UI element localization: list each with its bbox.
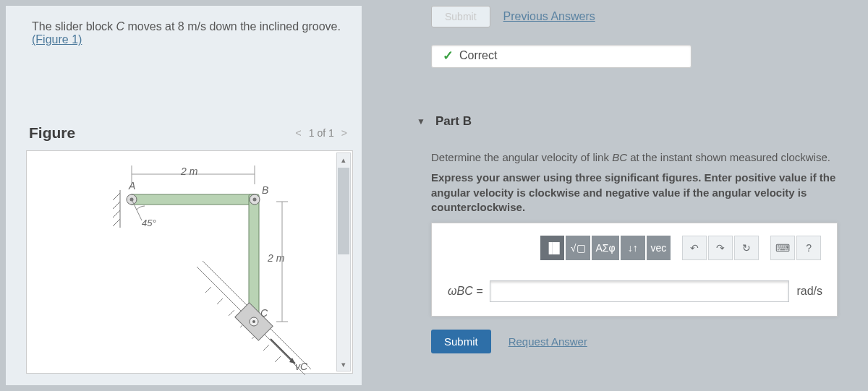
dim-vertical-label: 2 m: [268, 252, 284, 264]
caret-down-icon[interactable]: ▼: [417, 116, 425, 126]
vec-button[interactable]: vec: [647, 236, 671, 260]
part-title: Part B: [435, 114, 472, 129]
svg-rect-8: [130, 194, 256, 205]
figure-pager: < 1 of 1 >: [296, 127, 347, 139]
svg-line-18: [205, 287, 211, 293]
answer-row: ωBC = rad/s: [448, 280, 822, 303]
point-a-label: A: [129, 180, 135, 192]
problem-var: C: [116, 20, 125, 33]
correct-text: Correct: [459, 49, 497, 62]
question-text: Determine the angular velocity of link B…: [431, 150, 839, 165]
svg-line-23: [263, 345, 269, 351]
svg-line-19: [217, 298, 223, 304]
keyboard-button[interactable]: ⌨: [770, 236, 795, 260]
part-header[interactable]: ▼ Part B: [417, 114, 472, 129]
figure-header: Figure < 1 of 1 >: [6, 120, 362, 146]
undo-button[interactable]: ↶: [682, 236, 707, 260]
svg-line-4: [113, 193, 120, 200]
question-prefix: Determine the angular velocity of link: [431, 151, 612, 163]
figure-link[interactable]: (Figure 1): [32, 33, 82, 46]
svg-line-6: [113, 210, 120, 218]
answer-lhs: ωBC =: [448, 285, 482, 298]
figure-scrollbar[interactable]: ▴ ▾: [336, 152, 351, 371]
figure-body: 2 m 2 m A B C 45° vC ▴ ▾: [26, 150, 353, 374]
scripts-button[interactable]: ↓↑: [621, 236, 644, 260]
prev-answers-row: Submit Previous Answers: [376, 6, 862, 27]
question-tail: at the instant shown measured clockwise.: [627, 151, 830, 163]
svg-line-7: [113, 219, 120, 226]
left-pane: The slider block C moves at 8 m/s down t…: [6, 6, 362, 385]
pager-label: 1 of 1: [309, 127, 334, 139]
templates-button[interactable]: ▐█: [540, 236, 564, 260]
help-button[interactable]: ?: [796, 236, 821, 260]
request-answer-link[interactable]: Request Answer: [509, 335, 587, 348]
svg-point-27: [252, 320, 255, 323]
submit-row: Submit Request Answer: [431, 330, 587, 353]
answer-input[interactable]: [490, 280, 789, 302]
correct-status: ✓ Correct: [443, 48, 497, 64]
part-body: Determine the angular velocity of link B…: [431, 150, 839, 215]
point-c-label: C: [260, 307, 268, 319]
greek-button[interactable]: ΑΣφ: [592, 236, 619, 260]
right-pane: Submit Previous Answers ✓ Correct ▼ Part…: [376, 6, 862, 385]
equation-toolbar: ▐█ √▢ ΑΣφ ↓↑ vec ↶ ↷ ↻ ⌨ ?: [540, 235, 822, 261]
svg-line-20: [229, 310, 234, 316]
svg-point-13: [253, 198, 257, 202]
pager-prev[interactable]: <: [296, 127, 302, 139]
previous-answers-link[interactable]: Previous Answers: [503, 10, 595, 23]
angle-label: 45°: [142, 218, 156, 228]
redo-button[interactable]: ↷: [708, 236, 733, 260]
scroll-down-icon[interactable]: ▾: [337, 358, 350, 371]
scroll-thumb[interactable]: [338, 168, 349, 254]
problem-text-mid: moves at 8 m/s down the inclined groove.: [124, 20, 341, 33]
svg-line-5: [113, 202, 120, 209]
answer-units: rad/s: [796, 285, 822, 298]
velocity-label: vC: [295, 361, 307, 372]
question-var: BC: [612, 151, 627, 163]
point-b-label: B: [262, 184, 268, 196]
dim-horizontal-label: 2 m: [181, 166, 197, 177]
sqrt-button[interactable]: √▢: [566, 236, 590, 260]
reset-button[interactable]: ↻: [734, 236, 759, 260]
scroll-up-icon[interactable]: ▴: [337, 153, 350, 166]
mechanism-diagram: 2 m 2 m A B C 45° vC: [110, 158, 312, 390]
check-icon: ✓: [443, 48, 454, 64]
problem-statement: The slider block C moves at 8 m/s down t…: [6, 6, 362, 46]
answer-area: ▐█ √▢ ΑΣφ ↓↑ vec ↶ ↷ ↻ ⌨ ? ωBC = rad/s: [431, 223, 838, 317]
instruction-text: Express your answer using three signific…: [431, 171, 839, 215]
figure-title: Figure: [29, 124, 75, 142]
submit-button[interactable]: Submit: [431, 330, 491, 353]
pager-next[interactable]: >: [341, 127, 347, 139]
svg-line-24: [275, 356, 281, 362]
submit-ghost-button: Submit: [431, 6, 490, 27]
problem-text-prefix: The slider block: [32, 20, 116, 33]
